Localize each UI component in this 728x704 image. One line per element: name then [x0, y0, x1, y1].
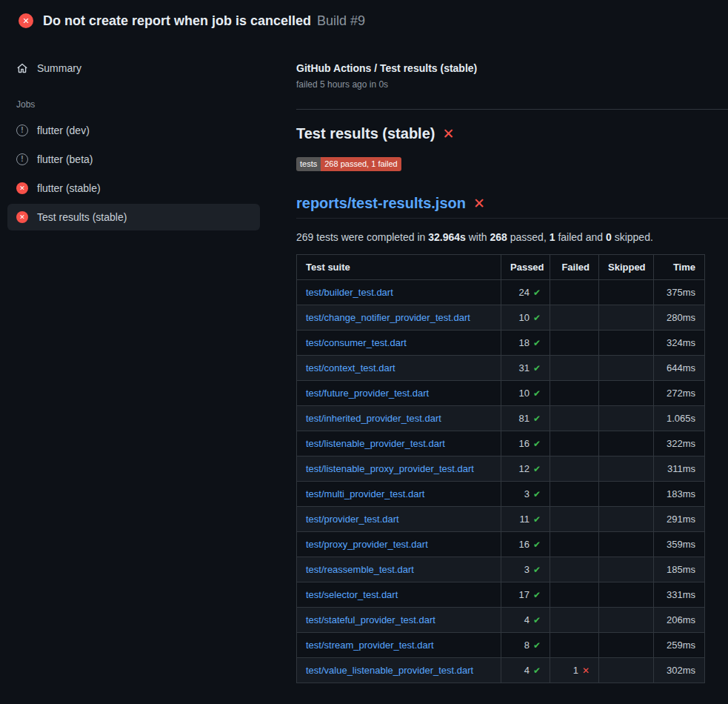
sidebar-item-flutter-dev[interactable]: !flutter (dev)	[7, 117, 260, 144]
x-icon: ✕	[473, 195, 485, 212]
suite-cell: test/inherited_provider_test.dart	[297, 406, 501, 431]
check-icon: ✔	[533, 514, 541, 525]
table-row: test/multi_provider_test.dart3✔183ms	[297, 482, 705, 507]
test-suite-link[interactable]: test/stateful_provider_test.dart	[306, 614, 435, 625]
check-icon: ✔	[533, 615, 541, 625]
sidebar-item-flutter-stable[interactable]: ✕flutter (stable)	[7, 175, 260, 202]
table-row: test/reassemble_test.dart3✔185ms	[297, 557, 705, 582]
table-row: test/value_listenable_provider_test.dart…	[297, 658, 705, 683]
skipped-cell	[599, 608, 654, 633]
test-suite-link[interactable]: test/context_test.dart	[306, 362, 395, 373]
passed-count: 4	[524, 614, 530, 625]
passed-count: 4	[524, 665, 530, 676]
passed-count: 16	[518, 539, 529, 550]
failed-cell	[550, 633, 599, 658]
sidebar-item-test-results-stable[interactable]: ✕Test results (stable)	[7, 204, 260, 230]
test-suite-link[interactable]: test/listenable_provider_test.dart	[306, 438, 445, 449]
time-cell: 206ms	[654, 608, 705, 633]
skipped-cell	[599, 633, 654, 658]
report-link[interactable]: reports/test-results.json	[296, 195, 466, 212]
cancelled-icon: !	[16, 124, 28, 136]
suite-cell: test/builder_test.dart	[297, 280, 501, 305]
skipped-cell	[599, 305, 654, 331]
passed-count: 11	[519, 514, 530, 525]
test-suite-link[interactable]: test/proxy_provider_test.dart	[306, 539, 428, 550]
test-suite-link[interactable]: test/builder_test.dart	[306, 287, 393, 298]
summary-text: skipped.	[612, 231, 653, 243]
suite-cell: test/selector_test.dart	[297, 582, 501, 608]
divider	[296, 109, 728, 110]
build-number: Build #9	[317, 13, 365, 28]
check-icon: ✔	[533, 388, 541, 399]
time-cell: 375ms	[654, 280, 705, 305]
test-suite-link[interactable]: test/value_listenable_provider_test.dart	[306, 665, 473, 676]
test-suite-link[interactable]: test/listenable_proxy_provider_test.dart	[306, 463, 474, 474]
results-table-body: test/builder_test.dart24✔375mstest/chang…	[297, 280, 705, 683]
sidebar-item-flutter-beta[interactable]: !flutter (beta)	[7, 146, 260, 173]
table-row: test/inherited_provider_test.dart81✔1.06…	[297, 406, 705, 431]
table-header-row: Test suitePassedFailedSkippedTime	[297, 255, 705, 280]
skipped-cell	[599, 658, 654, 683]
suite-cell: test/stateful_provider_test.dart	[297, 608, 501, 633]
sidebar-item-label: Test results (stable)	[37, 211, 127, 223]
passed-count: 12	[518, 463, 529, 474]
test-suite-link[interactable]: test/multi_provider_test.dart	[306, 488, 424, 499]
table-row: test/future_provider_test.dart10✔272ms	[297, 381, 705, 406]
test-suite-link[interactable]: test/inherited_provider_test.dart	[306, 413, 441, 424]
test-suite-link[interactable]: test/stream_provider_test.dart	[306, 640, 434, 651]
table-row: test/stateful_provider_test.dart4✔206ms	[297, 608, 705, 633]
failed-cell	[550, 356, 599, 381]
test-suite-link[interactable]: test/provider_test.dart	[306, 514, 399, 525]
passed-count: 3	[524, 564, 530, 575]
test-suite-link[interactable]: test/selector_test.dart	[306, 589, 398, 600]
column-header-failed: Failed	[550, 255, 599, 280]
passed-count: 18	[518, 337, 529, 348]
test-suite-link[interactable]: test/change_notifier_provider_test.dart	[306, 312, 470, 323]
check-icon: ✔	[533, 338, 541, 348]
test-suite-link[interactable]: test/future_provider_test.dart	[306, 388, 429, 399]
table-row: test/selector_test.dart17✔331ms	[297, 582, 705, 608]
home-icon	[16, 62, 28, 74]
suite-cell: test/context_test.dart	[297, 356, 501, 381]
badge-label: tests	[296, 157, 321, 171]
check-icon: ✔	[533, 464, 541, 474]
table-row: test/consumer_test.dart18✔324ms	[297, 331, 705, 356]
skipped-cell	[599, 356, 654, 381]
table-row: test/builder_test.dart24✔375ms	[297, 280, 705, 305]
table-row: test/listenable_proxy_provider_test.dart…	[297, 456, 705, 482]
failed-cell	[550, 456, 599, 482]
check-icon: ✔	[533, 565, 541, 575]
check-icon: ✔	[533, 363, 541, 373]
skipped-cell	[599, 280, 654, 305]
time-cell: 259ms	[654, 633, 705, 658]
passed-cell: 8✔	[501, 633, 550, 658]
passed-cell: 81✔	[501, 406, 550, 431]
check-icon: ✔	[533, 590, 541, 600]
summary-text: failed and	[555, 231, 607, 243]
badge-value: 268 passed, 1 failed	[321, 157, 401, 171]
suite-cell: test/consumer_test.dart	[297, 331, 501, 356]
check-icon: ✔	[533, 539, 541, 550]
passed-cell: 3✔	[501, 482, 550, 507]
time-cell: 280ms	[654, 305, 705, 331]
passed-count: 3	[524, 488, 530, 499]
failed-count: 1	[573, 665, 578, 676]
test-suite-link[interactable]: test/reassemble_test.dart	[306, 564, 414, 575]
check-icon: ✔	[533, 665, 541, 676]
failed-cell	[550, 557, 599, 582]
time-cell: 322ms	[654, 431, 705, 456]
skipped-cell	[599, 557, 654, 582]
sidebar-item-label: flutter (dev)	[37, 124, 90, 136]
time-cell: 1.065s	[654, 406, 705, 431]
passed-cell: 12✔	[501, 456, 550, 482]
table-row: test/change_notifier_provider_test.dart1…	[297, 305, 705, 331]
sidebar-item-label: Summary	[37, 62, 81, 74]
passed-cell: 10✔	[501, 381, 550, 406]
suite-cell: test/value_listenable_provider_test.dart	[297, 658, 501, 683]
failed-cell	[550, 582, 599, 608]
suite-cell: test/multi_provider_test.dart	[297, 482, 501, 507]
run-title: Do not create report when job is cancell…	[43, 13, 311, 28]
summary-value: 32.964s	[428, 231, 466, 243]
sidebar-item-summary[interactable]: Summary	[7, 55, 260, 82]
test-suite-link[interactable]: test/consumer_test.dart	[306, 337, 407, 348]
